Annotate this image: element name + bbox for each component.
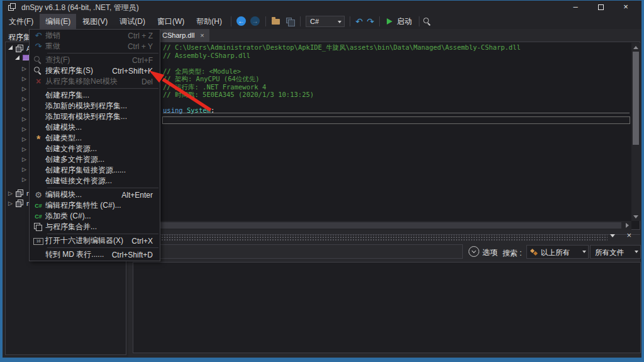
menu-item[interactable]: 打开十六进制编辑器(X)Ctrl+X bbox=[30, 235, 160, 246]
menu-item-label: 创建程序集... bbox=[45, 90, 89, 101]
menubar-item[interactable]: 文件(F) bbox=[3, 14, 39, 30]
expander-collapsed-icon[interactable]: ▷ bbox=[22, 86, 26, 92]
minimize-button[interactable]: – bbox=[566, 1, 585, 14]
menu-item-label: 打开十六进制编辑器(X) bbox=[45, 235, 123, 246]
options-label[interactable]: 选项 bbox=[482, 247, 497, 258]
tab-csharp-dll[interactable]: CSharp.dll × bbox=[157, 29, 209, 42]
assembly-icon bbox=[16, 189, 23, 196]
open-file-button[interactable] bbox=[270, 16, 282, 27]
menu-item[interactable]: 编辑程序集特性 (C#)... bbox=[30, 200, 160, 211]
menu-item[interactable]: 创建文件资源... bbox=[30, 144, 160, 154]
menu-icon-slot bbox=[31, 101, 45, 111]
search-icon[interactable] bbox=[423, 17, 431, 26]
menu-item-shortcut: Alt+Enter bbox=[121, 191, 160, 200]
navigate-forward-button[interactable]: → bbox=[250, 16, 261, 27]
close-button[interactable]: × bbox=[616, 1, 635, 14]
start-label[interactable]: 启动 bbox=[397, 16, 412, 27]
expander-collapsed-icon[interactable]: ▷ bbox=[22, 76, 26, 82]
menu-item[interactable]: 创建程序集链接资源...... bbox=[30, 165, 160, 176]
menu-icon-slot bbox=[31, 112, 45, 122]
current-line-highlight bbox=[162, 116, 630, 124]
toolbar-separator bbox=[379, 16, 380, 26]
menu-item[interactable]: 编辑模块...Alt+Enter bbox=[30, 189, 160, 200]
expander-collapsed-icon[interactable]: ▷ bbox=[22, 156, 26, 162]
menu-item-shortcut: Ctrl+X bbox=[131, 237, 160, 246]
menu-item-label: 与程序集合并... bbox=[45, 222, 97, 232]
menu-item[interactable]: 创建链接文件资源... bbox=[30, 176, 160, 186]
expander-collapsed-icon[interactable]: ▷ bbox=[22, 126, 26, 132]
menu-icon-slot bbox=[31, 123, 45, 132]
menu-item-label: 创建模块... bbox=[45, 122, 82, 133]
chevron-down-icon bbox=[338, 21, 341, 23]
vertical-scrollbar-thumb[interactable] bbox=[633, 52, 639, 145]
expander-collapsed-icon[interactable]: ▷ bbox=[22, 116, 26, 122]
vertical-scrollbar[interactable] bbox=[631, 43, 640, 221]
language-combobox[interactable]: C# bbox=[306, 16, 345, 27]
expander-collapsed-icon[interactable]: ▷ bbox=[22, 65, 26, 72]
start-debug-button[interactable] bbox=[384, 16, 396, 27]
tab-close-icon[interactable]: × bbox=[200, 31, 204, 39]
gear-icon bbox=[31, 190, 45, 200]
language-combobox-value: C# bbox=[310, 18, 319, 25]
file-filter-combobox[interactable]: 所有文件 bbox=[590, 245, 641, 259]
menubar-item[interactable]: 帮助(H) bbox=[191, 14, 228, 30]
module-icon bbox=[23, 55, 29, 60]
panel-menu-chevron-icon[interactable] bbox=[610, 234, 615, 237]
expander-expanded-icon[interactable] bbox=[8, 45, 13, 50]
search-input[interactable] bbox=[133, 244, 463, 259]
search-results-list[interactable] bbox=[133, 262, 641, 353]
scroll-up-icon[interactable] bbox=[633, 46, 638, 49]
tab-label: CSharp.dll bbox=[162, 31, 194, 39]
expander-collapsed-icon[interactable]: ▷ bbox=[22, 96, 26, 102]
menu-item-label: 撤销 bbox=[45, 30, 60, 41]
horizontal-scrollbar[interactable] bbox=[131, 221, 631, 230]
maximize-icon bbox=[598, 4, 604, 10]
menubar-item[interactable]: 调试(D) bbox=[114, 14, 151, 30]
expander-collapsed-icon[interactable]: ▷ bbox=[8, 200, 13, 206]
menu-item[interactable]: 创建类型... bbox=[30, 133, 160, 144]
menu-icon-slot bbox=[31, 91, 45, 100]
expander-collapsed-icon[interactable]: ▷ bbox=[22, 106, 26, 112]
scroll-down-icon[interactable] bbox=[633, 215, 638, 218]
expander-expanded-icon[interactable] bbox=[15, 55, 19, 60]
menu-item-label: 创建类型... bbox=[45, 133, 82, 144]
maximize-button[interactable] bbox=[591, 1, 610, 14]
merge-icon bbox=[31, 222, 45, 232]
menu-item: 重做Ctrl + Y bbox=[30, 41, 160, 52]
back-icon: ← bbox=[236, 16, 246, 26]
undo-button[interactable]: ↶ bbox=[353, 16, 365, 27]
expander-collapsed-icon[interactable]: ▷ bbox=[22, 176, 26, 183]
menu-item[interactable]: 转到 MD 表行......Ctrl+Shift+D bbox=[30, 249, 160, 260]
horizontal-scrollbar-thumb[interactable] bbox=[141, 222, 621, 229]
menu-item[interactable]: 添加类 (C#)... bbox=[30, 211, 160, 222]
redo-icon bbox=[31, 42, 45, 51]
save-all-button[interactable] bbox=[284, 16, 296, 27]
hex-icon bbox=[31, 236, 45, 246]
menubar-item[interactable]: 视图(V) bbox=[77, 14, 113, 30]
menu-item-label: 创建多文件资源... bbox=[45, 154, 104, 165]
expander-collapsed-icon[interactable]: ▷ bbox=[22, 136, 26, 142]
menu-item[interactable]: 创建多文件资源... bbox=[30, 154, 160, 165]
menubar-item[interactable]: 编辑(E) bbox=[40, 14, 76, 30]
panel-close-icon[interactable]: × bbox=[626, 230, 631, 240]
scroll-right-icon[interactable] bbox=[626, 223, 629, 228]
expander-collapsed-icon[interactable]: ▷ bbox=[8, 190, 13, 196]
app-icon bbox=[8, 3, 16, 11]
options-toggle-icon[interactable] bbox=[469, 246, 479, 257]
menu-icon-slot bbox=[31, 166, 45, 175]
search-scope-combobox[interactable]: 以上所有 bbox=[526, 245, 589, 259]
navigate-back-button[interactable]: ← bbox=[236, 16, 247, 27]
menu-item[interactable]: 创建模块... bbox=[30, 122, 160, 133]
expander-collapsed-icon[interactable]: ▷ bbox=[22, 166, 26, 173]
assembly-icon bbox=[16, 200, 23, 206]
assembly-icon bbox=[16, 45, 23, 52]
annotation-arrow bbox=[107, 63, 220, 120]
search-icon bbox=[31, 55, 45, 65]
redo-button[interactable]: ↷ bbox=[365, 16, 376, 27]
menu-item[interactable]: 与程序集合并... bbox=[30, 222, 160, 232]
panel-drag-handle[interactable] bbox=[130, 234, 640, 242]
menubar-item[interactable]: 窗口(W) bbox=[152, 14, 190, 30]
code-line: // C:\Users\Administrator\Desktop\ApkIDE… bbox=[163, 43, 628, 52]
code-line: // 时间戳: 5E0EA345 (2020/1/3 10:13:25) bbox=[163, 91, 628, 99]
expander-collapsed-icon[interactable]: ▷ bbox=[22, 146, 26, 152]
